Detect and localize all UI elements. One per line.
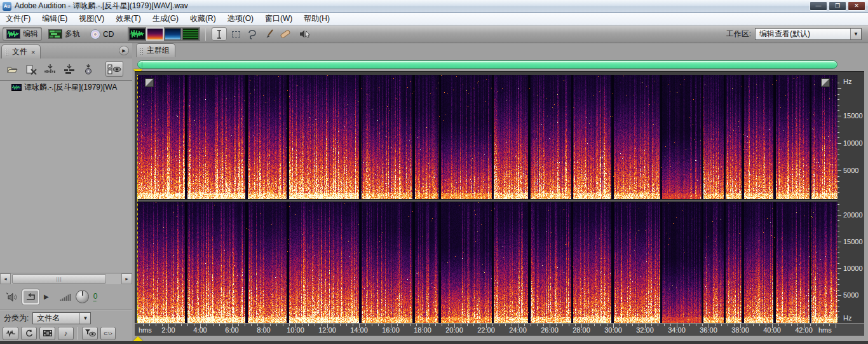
freq-tick [837,181,839,182]
menu-effects[interactable]: 效果(T) [110,12,146,25]
marquee-selection-tool[interactable] [228,27,243,41]
spectrogram-right-channel[interactable] [137,202,837,323]
freq-tick [837,306,839,306]
file-item[interactable]: 谭咏麟.-.[反斗星](1979)[WA [0,81,132,94]
window-title: Adobe Audition - 谭咏麟.-.[反斗星](1979)[WAV].… [15,1,188,11]
effects-paintbrush-tool[interactable] [261,27,276,41]
zoom-navigation-bar[interactable] [137,60,837,69]
time-label: 26:00 [541,326,559,334]
marquee-icon [232,31,240,38]
display-mode-group [128,27,200,41]
loop-play-button[interactable] [22,289,39,305]
main-toolbar: 编辑 多轨 CD 工作区: 编辑查看(默认) [0,25,868,43]
freq-label: 20000 [843,211,863,219]
freq-tick [837,237,839,237]
panel-menu-button[interactable]: ▶ [119,46,129,55]
preview-transport: ▶ 0 [0,284,132,310]
time-tick [473,324,474,326]
close-file-button[interactable] [24,63,38,76]
import-audio-button[interactable] [43,63,57,76]
time-tick [276,324,277,326]
show-full-path-button[interactable]: C:\> [100,327,116,340]
time-tick [156,324,156,326]
minimize-button[interactable]: — [810,1,827,11]
show-audio-files-button[interactable] [3,327,18,340]
freq-label: 10000 [843,139,863,147]
time-selection-tool[interactable] [212,27,227,41]
waveform-display-button[interactable] [129,28,146,40]
show-midi-files-button[interactable]: ♪ [58,327,74,340]
chevron-down-icon[interactable]: ▼ [79,313,90,324]
freq-tick [837,317,839,317]
show-loop-files-button[interactable] [21,327,37,340]
freq-label: 15000 [843,112,863,120]
time-tick [308,324,309,326]
spectrogram-left-channel[interactable] [137,75,837,199]
phase-display-button[interactable] [182,28,199,40]
freq-tick [837,170,841,171]
freq-tick [837,279,839,280]
scrollbar-thumb[interactable]: ||| [12,274,106,284]
menu-file[interactable]: 文件(F) [0,12,36,25]
play-preview-button[interactable]: ▶ [44,293,49,300]
freq-tick [837,284,839,285]
files-tab-close-icon[interactable]: × [31,48,35,56]
menu-generate[interactable]: 生成(G) [147,12,184,25]
menu-edit[interactable]: 编辑(E) [36,12,73,25]
multitrack-view-button[interactable]: 多轨 [44,27,84,41]
scrub-tool[interactable] [297,27,313,41]
show-video-files-button[interactable] [39,327,55,340]
scroll-right-button[interactable]: ► [121,273,132,284]
freq-tick [837,204,839,205]
preview-volume-knob[interactable] [76,290,89,303]
menu-window[interactable]: 窗口(W) [259,12,298,25]
import-cd-button[interactable] [81,63,95,76]
menu-favorites[interactable]: 收藏(R) [184,12,222,25]
time-tick [499,324,499,326]
spot-healing-tool[interactable] [278,27,293,41]
preview-output-icon [5,292,18,302]
time-tick [181,324,182,326]
playhead-cursor[interactable] [137,75,138,323]
frequency-ruler[interactable]: 15000100005000Hz2000015000100005000Hz [837,71,864,323]
freq-tick [837,110,839,111]
import-session-button[interactable] [62,63,76,76]
import-file-button[interactable] [5,63,19,76]
time-label: 22:00 [477,326,495,334]
corner-handle-left-icon[interactable] [145,78,154,87]
menu-view[interactable]: 视图(V) [73,12,110,25]
time-label: 24:00 [509,326,527,334]
options-toggle-button[interactable] [105,61,123,77]
time-tick [251,324,252,326]
lasso-selection-tool[interactable] [245,27,260,41]
edit-view-button[interactable]: 编辑 [3,27,42,41]
preview-volume-value[interactable]: 0 [93,292,98,301]
chevron-down-icon[interactable]: ▼ [850,29,861,39]
files-tab[interactable]: 文件 × [1,45,41,58]
time-ruler[interactable]: 2:004:006:008:0010:0012:0014:0016:0018:0… [135,323,864,336]
workspace-select[interactable]: 编辑查看(默认) ▼ [755,28,862,40]
multitrack-icon [48,29,62,39]
freq-label: Hz [843,314,851,322]
time-label: 32:00 [636,326,654,334]
sort-select[interactable]: 文件名 ▼ [32,312,91,324]
time-label: 28:00 [573,326,590,334]
time-tick [785,324,785,326]
spectral-display-button[interactable] [147,28,163,40]
main-group-tab[interactable]: 主群组 [136,43,175,57]
sort-value: 文件名 [33,313,79,324]
scroll-left-button[interactable]: ◄ [0,273,11,284]
freq-tick [837,268,841,269]
menu-help[interactable]: 帮助(H) [298,12,336,25]
files-panel: 文件 × ▶ 谭咏麟.-.[反斗星](1979)[WA [0,43,132,341]
close-button[interactable]: ✕ [848,1,865,11]
menu-options[interactable]: 选项(O) [222,12,259,25]
maximize-button[interactable]: ❐ [829,1,846,11]
pan-spectral-display-button[interactable] [165,28,181,40]
advanced-filter-button[interactable] [82,327,98,340]
cd-view-button[interactable]: CD [86,28,118,41]
time-label: 42:00 [795,326,813,334]
corner-handle-right-icon[interactable] [821,78,830,87]
freq-tick [837,154,839,155]
freq-tick [837,88,841,89]
